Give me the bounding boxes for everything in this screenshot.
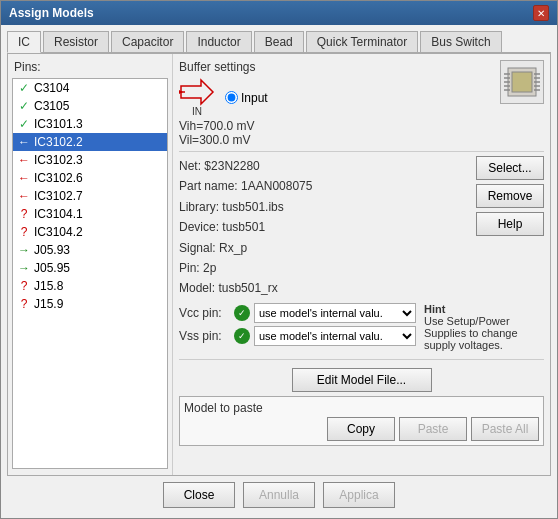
library-row: Library: tusb501.ibs	[179, 197, 468, 217]
main-content: IC Resistor Capacitor Inductor Bead Quic…	[1, 25, 557, 518]
radio-group: Input	[225, 91, 268, 105]
hint-area: Hint Use Setup/Power Supplies to change …	[424, 303, 544, 351]
paste-all-button[interactable]: Paste All	[471, 417, 539, 441]
paste-button[interactable]: Paste	[399, 417, 467, 441]
buffer-chip-svg	[179, 78, 215, 106]
signal-row: Signal: Rx_p	[179, 238, 468, 258]
window-title: Assign Models	[9, 6, 94, 20]
tab-bead[interactable]: Bead	[254, 31, 304, 52]
question-icon: ?	[17, 297, 31, 311]
vcc-select[interactable]: use model's internal valu.	[254, 303, 416, 323]
pin-row: Pin: 2p	[179, 258, 468, 278]
vss-row: Vss pin: ✓ use model's internal valu.	[179, 326, 416, 346]
right-panel: Buffer settings	[173, 54, 550, 475]
list-item[interactable]: ← IC3102.6	[13, 169, 167, 187]
part-label: Part name:	[179, 179, 238, 193]
supply-col: Vcc pin: ✓ use model's internal valu. Vs…	[179, 303, 416, 349]
list-item[interactable]: → J05.95	[13, 259, 167, 277]
pin-name: C3105	[34, 99, 69, 113]
question-icon: ?	[17, 207, 31, 221]
check-icon: ✓	[17, 117, 31, 131]
pin-name: IC3101.3	[34, 117, 83, 131]
part-row: Part name: 1AAN008075	[179, 176, 468, 196]
vil-value: Vil=300.0 mV	[179, 133, 500, 147]
list-item[interactable]: ✓ C3104	[13, 79, 167, 97]
vcc-label: Vcc pin:	[179, 306, 234, 320]
pin-name: J15.9	[34, 297, 63, 311]
pin-name: IC3104.2	[34, 225, 83, 239]
input-radio-label[interactable]: Input	[225, 91, 268, 105]
library-label: Library:	[179, 200, 219, 214]
library-value: tusb501.ibs	[222, 200, 283, 214]
signal-value: Rx_p	[219, 241, 247, 255]
pin-name: IC3102.7	[34, 189, 83, 203]
list-item[interactable]: ✓ C3105	[13, 97, 167, 115]
edit-model-row: Edit Model File...	[179, 368, 544, 392]
pins-list[interactable]: ✓ C3104 ✓ C3105 ✓ IC3101.3 ←	[12, 78, 168, 469]
net-label: Net:	[179, 159, 201, 173]
tab-ic[interactable]: IC	[7, 31, 41, 53]
tab-quick-terminator[interactable]: Quick Terminator	[306, 31, 418, 52]
pin-name: J05.95	[34, 261, 70, 275]
tab-inductor[interactable]: Inductor	[186, 31, 251, 52]
ic-chip-icon	[500, 60, 544, 104]
list-item[interactable]: ? J15.8	[13, 277, 167, 295]
pin-name: C3104	[34, 81, 69, 95]
tab-capacitor[interactable]: Capacitor	[111, 31, 184, 52]
vih-value: Vih=700.0 mV	[179, 119, 500, 133]
remove-button[interactable]: Remove	[476, 184, 544, 208]
svg-rect-4	[512, 72, 532, 92]
list-item[interactable]: ✓ IC3101.3	[13, 115, 167, 133]
list-item[interactable]: ? J15.9	[13, 295, 167, 313]
pin-name: IC3102.6	[34, 171, 83, 185]
net-info-block: Net: $23N2280 Part name: 1AAN008075 Libr…	[179, 156, 468, 299]
tabs-row: IC Resistor Capacitor Inductor Bead Quic…	[7, 31, 551, 53]
buffer-settings-label: Buffer settings	[179, 60, 500, 74]
list-item[interactable]: ← IC3102.3	[13, 151, 167, 169]
input-radio-text: Input	[241, 91, 268, 105]
edit-model-button[interactable]: Edit Model File...	[292, 368, 432, 392]
supply-section: Vcc pin: ✓ use model's internal valu. Vs…	[179, 303, 544, 351]
tab-bus-switch[interactable]: Bus Switch	[420, 31, 501, 52]
buffer-icon-area: IN	[179, 78, 215, 117]
vss-label: Vss pin:	[179, 329, 234, 343]
part-value: 1AAN008075	[241, 179, 312, 193]
list-item[interactable]: ? IC3104.1	[13, 205, 167, 223]
pin-label: Pin:	[179, 261, 200, 275]
model-label: Model:	[179, 281, 215, 295]
paste-btn-row: Copy Paste Paste All	[184, 417, 539, 441]
pin-name: J05.93	[34, 243, 70, 257]
list-item[interactable]: → J05.93	[13, 241, 167, 259]
pin-name: IC3102.2	[34, 135, 83, 149]
vss-select[interactable]: use model's internal valu.	[254, 326, 416, 346]
side-buttons: Select... Remove Help	[476, 156, 544, 299]
arrow-left-icon: ←	[17, 189, 31, 203]
select-button[interactable]: Select...	[476, 156, 544, 180]
applica-button[interactable]: Applica	[323, 482, 395, 508]
arrow-left-icon: ←	[17, 135, 31, 149]
annulla-button[interactable]: Annulla	[243, 482, 315, 508]
check-icon: ✓	[17, 81, 31, 95]
left-panel: Pins: ✓ C3104 ✓ C3105 ✓ IC3101.	[8, 54, 173, 475]
arrow-right-icon: →	[17, 261, 31, 275]
assign-models-window: Assign Models ✕ IC Resistor Capacitor In…	[0, 0, 558, 519]
vss-icon: ✓	[234, 328, 250, 344]
hint-text: Use Setup/Power Supplies to change suppl…	[424, 315, 544, 351]
list-item[interactable]: ? IC3104.2	[13, 223, 167, 241]
list-item-selected[interactable]: ← IC3102.2	[13, 133, 167, 151]
tab-resistor[interactable]: Resistor	[43, 31, 109, 52]
input-radio[interactable]	[225, 91, 238, 104]
close-button[interactable]: Close	[163, 482, 235, 508]
help-button[interactable]: Help	[476, 212, 544, 236]
section-divider	[179, 359, 544, 360]
copy-button[interactable]: Copy	[327, 417, 395, 441]
check-icon: ✓	[17, 99, 31, 113]
model-paste-section: Model to paste Copy Paste Paste All	[179, 396, 544, 446]
buffer-settings-block: Buffer settings	[179, 60, 500, 147]
pins-label: Pins:	[8, 58, 172, 76]
close-icon[interactable]: ✕	[533, 5, 549, 21]
device-row: Device: tusb501	[179, 217, 468, 237]
buffer-chip	[179, 78, 215, 106]
pin-value: 2p	[203, 261, 216, 275]
list-item[interactable]: ← IC3102.7	[13, 187, 167, 205]
